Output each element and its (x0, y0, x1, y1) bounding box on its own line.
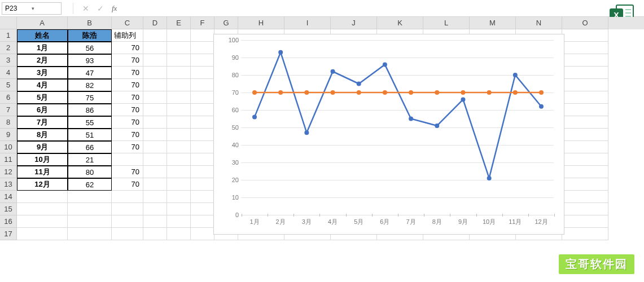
cell[interactable] (112, 191, 143, 203)
row-header[interactable]: 9 (0, 129, 17, 141)
cell[interactable] (167, 203, 191, 215)
cell[interactable]: 66 (68, 141, 112, 153)
col-header[interactable]: H (238, 17, 284, 29)
cell[interactable] (562, 178, 608, 191)
cell[interactable] (191, 129, 214, 141)
cell[interactable]: 5月 (17, 91, 68, 104)
cell[interactable] (167, 54, 191, 67)
cell[interactable] (167, 153, 191, 166)
cell[interactable] (143, 104, 167, 116)
cell[interactable] (562, 79, 608, 91)
cell[interactable] (562, 42, 608, 54)
cell[interactable]: 3月 (17, 67, 68, 79)
cell[interactable]: 70 (112, 116, 143, 129)
cell[interactable] (143, 67, 167, 79)
cell[interactable] (143, 42, 167, 54)
cell[interactable] (143, 203, 167, 215)
cell[interactable]: 陈浩 (68, 29, 112, 42)
col-header[interactable]: F (191, 17, 214, 29)
row-header[interactable]: 13 (0, 178, 17, 191)
cell[interactable]: 70 (112, 129, 143, 141)
row-header[interactable]: 6 (0, 91, 17, 104)
row-header[interactable]: 8 (0, 116, 17, 129)
cell[interactable]: 62 (68, 178, 112, 191)
cell[interactable]: 70 (112, 91, 143, 104)
cell[interactable] (143, 141, 167, 153)
row-header[interactable]: 16 (0, 215, 17, 228)
cell[interactable]: 51 (68, 129, 112, 141)
cell[interactable] (167, 104, 191, 116)
cell[interactable] (562, 67, 608, 79)
fx-icon[interactable]: fx (112, 4, 117, 13)
cell[interactable] (143, 178, 167, 191)
cell[interactable] (191, 116, 214, 129)
cell[interactable] (191, 141, 214, 153)
row-header[interactable]: 1 (0, 29, 17, 42)
cell[interactable] (191, 228, 214, 240)
cell[interactable]: 82 (68, 79, 112, 91)
cell[interactable]: 7月 (17, 116, 68, 129)
cell[interactable] (562, 166, 608, 178)
select-all-corner[interactable] (0, 17, 17, 29)
col-header[interactable]: C (112, 17, 143, 29)
col-header[interactable]: G (214, 17, 238, 29)
cell[interactable] (562, 129, 608, 141)
cell[interactable]: 70 (112, 54, 143, 67)
cell[interactable] (143, 29, 167, 42)
cell[interactable] (562, 153, 608, 166)
cell[interactable]: 80 (68, 166, 112, 178)
chevron-down-icon[interactable]: ▾ (32, 6, 58, 11)
col-header[interactable]: K (377, 17, 423, 29)
cell[interactable]: 70 (112, 104, 143, 116)
cell[interactable] (191, 104, 214, 116)
col-header[interactable]: A (17, 17, 68, 29)
row-header[interactable]: 11 (0, 153, 17, 166)
cell[interactable] (167, 42, 191, 54)
cell[interactable] (167, 129, 191, 141)
cell[interactable] (191, 203, 214, 215)
cell[interactable] (143, 215, 167, 228)
cell[interactable]: 70 (112, 67, 143, 79)
cell[interactable] (562, 191, 608, 203)
cell[interactable]: 12月 (17, 178, 68, 191)
cell[interactable] (143, 79, 167, 91)
cell[interactable] (191, 166, 214, 178)
cell[interactable] (17, 215, 68, 228)
cell[interactable] (167, 116, 191, 129)
cell[interactable] (191, 79, 214, 91)
cell[interactable] (143, 228, 167, 240)
cell[interactable] (562, 215, 608, 228)
cell[interactable]: 55 (68, 116, 112, 129)
cell[interactable] (167, 67, 191, 79)
cell[interactable]: 47 (68, 67, 112, 79)
cell[interactable]: 70 (112, 79, 143, 91)
cell[interactable] (562, 203, 608, 215)
cell[interactable] (167, 166, 191, 178)
cell[interactable] (143, 191, 167, 203)
cell[interactable] (143, 153, 167, 166)
cell[interactable] (68, 215, 112, 228)
cell[interactable] (17, 191, 68, 203)
cell[interactable] (191, 67, 214, 79)
col-header[interactable]: L (423, 17, 470, 29)
cell[interactable]: 56 (68, 42, 112, 54)
cell[interactable] (17, 228, 68, 240)
cell[interactable] (68, 191, 112, 203)
col-header[interactable]: E (167, 17, 191, 29)
cell[interactable] (562, 104, 608, 116)
cell[interactable] (68, 203, 112, 215)
cell[interactable] (167, 191, 191, 203)
cell[interactable]: 70 (112, 42, 143, 54)
cell[interactable]: 70 (112, 141, 143, 153)
cell[interactable]: 1月 (17, 42, 68, 54)
cell[interactable] (167, 228, 191, 240)
cell[interactable] (112, 215, 143, 228)
row-header[interactable]: 17 (0, 228, 17, 240)
col-header[interactable]: M (470, 17, 516, 29)
cell[interactable] (112, 153, 143, 166)
cell[interactable] (191, 191, 214, 203)
row-header[interactable]: 4 (0, 67, 17, 79)
cell[interactable] (191, 215, 214, 228)
cell[interactable] (562, 141, 608, 153)
cell[interactable] (191, 29, 214, 42)
